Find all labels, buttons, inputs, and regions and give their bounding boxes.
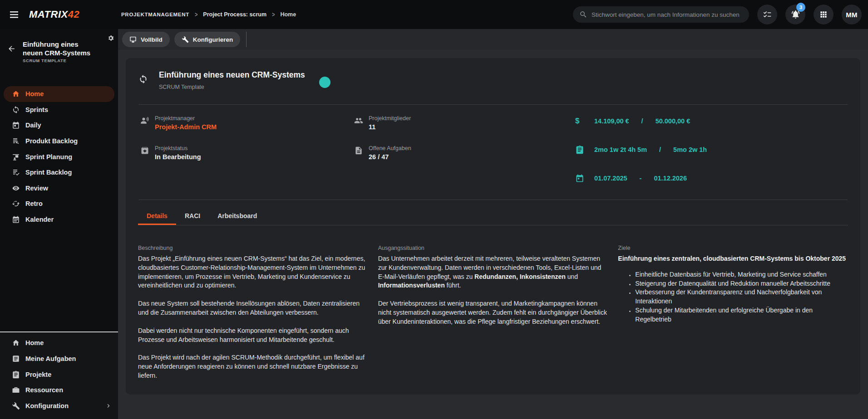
- sidebar-item-sprint-planung[interactable]: Sprint Planung: [0, 149, 118, 165]
- gear-icon[interactable]: [107, 34, 114, 42]
- metric-value-target: 50.000,00 €: [656, 117, 690, 125]
- column-text: Das Projekt „Einführung eines neuen CRM-…: [138, 254, 368, 380]
- main-area: VollbildKonfigurieren Einführung eines n…: [118, 29, 868, 419]
- action-toolbar: VollbildKonfigurieren: [118, 29, 868, 50]
- sidebar-item-kalender[interactable]: Kalender: [0, 212, 118, 228]
- sidebar-item-review[interactable]: Review: [0, 180, 118, 196]
- doc-search-icon: [12, 137, 20, 145]
- tab-arbeitsboard[interactable]: Arbeitsboard: [209, 208, 266, 225]
- field-value: 11: [369, 123, 411, 131]
- apps-button[interactable]: [814, 5, 833, 24]
- checklist-button[interactable]: [757, 5, 777, 24]
- metric-row: 01.07.2025-01.12.2026: [575, 174, 687, 183]
- vollbild-button[interactable]: Vollbild: [122, 32, 170, 47]
- top-bar: MATRIX42 PROJEKTMANAGEMENT>Project Proce…: [0, 0, 868, 29]
- app-logo[interactable]: MATRIX42: [29, 9, 79, 20]
- sidebar-item-home-global[interactable]: Home: [0, 335, 118, 351]
- sidebar-item-label: Ressourcen: [25, 386, 63, 394]
- konfigurieren-button[interactable]: Konfigurieren: [174, 32, 241, 47]
- checklist-icon: [763, 10, 772, 19]
- sync-icon[interactable]: [138, 74, 148, 84]
- project-header: Einführung eines neuen CRM-Systems SCRUM…: [0, 29, 118, 57]
- back-arrow-icon[interactable]: [7, 44, 16, 53]
- toolbox-icon: [12, 386, 20, 394]
- column-ausgangssituation: Ausgangssituation Das Unternehmen arbeit…: [378, 245, 608, 390]
- article-icon: [12, 355, 20, 363]
- tab-details[interactable]: Details: [138, 208, 176, 225]
- project-nav: HomeSprintsDailyProdukt BacklogSprint Pl…: [0, 86, 118, 227]
- sidebar-item-label: Konfiguration: [25, 402, 69, 409]
- section-divider: [138, 200, 848, 200]
- header-divider: [138, 104, 848, 105]
- metric-row: 2mo 1w 2t 4h 5m/5mo 2w 1h: [575, 145, 707, 154]
- tab-raci[interactable]: RACI: [176, 208, 209, 225]
- sidebar-item-label: Sprints: [25, 106, 48, 113]
- details-columns: Beschreibung Das Projekt „Einführung ein…: [138, 245, 848, 390]
- field-label: Projektstatus: [155, 145, 201, 151]
- sidebar-item-label: Retro: [25, 200, 43, 207]
- field-value: In Bearbeitung: [155, 153, 201, 161]
- tab-bar: DetailsRACIArbeitsboard: [138, 208, 848, 225]
- paragraph: Das Unternehmen arbeitet derzeit mit meh…: [378, 254, 608, 290]
- calendar-range-icon: [575, 174, 584, 183]
- breadcrumb-item[interactable]: PROJEKTMANAGEMENT: [121, 12, 189, 17]
- breadcrumb-item[interactable]: Project Process: scrum: [203, 11, 266, 18]
- global-nav-section: HomeMeine AufgabenProjekteRessourcenKonf…: [0, 331, 118, 419]
- field-label: Projektmitglieder: [369, 115, 411, 122]
- topbar-actions: 3 MM: [573, 0, 862, 29]
- column-text: Das Unternehmen arbeitet derzeit mit meh…: [378, 254, 608, 326]
- logo-accent-text: 42: [68, 9, 79, 20]
- chevron-right-icon: >: [195, 11, 197, 18]
- metric-values: 2mo 1w 2t 4h 5m/5mo 2w 1h: [594, 146, 707, 153]
- chevron-right-icon: [104, 403, 113, 409]
- goal-list: Einheitliche Datenbasis für Vertrieb, Ma…: [618, 270, 848, 324]
- search-input[interactable]: [592, 11, 743, 18]
- sidebar-item-ressourcen[interactable]: Ressourcen: [0, 382, 118, 398]
- goal-item: Einheitliche Datenbasis für Vertrieb, Ma…: [635, 270, 848, 279]
- project-card: Einführung eines neuen CRM-Systems SCRUM…: [126, 58, 860, 395]
- field-value[interactable]: Projekt-Admin CRM: [155, 123, 217, 131]
- field-projektstatus: ProjektstatusIn Bearbeitung: [140, 145, 201, 161]
- menu-icon[interactable]: [8, 9, 20, 20]
- metric-value-target: 01.12.2026: [654, 175, 687, 182]
- user-avatar[interactable]: MM: [842, 5, 862, 24]
- cycle-icon: [12, 200, 20, 208]
- global-search[interactable]: [573, 6, 749, 23]
- sidebar-item-daily[interactable]: Daily: [0, 117, 118, 133]
- metric-value-actual: 2mo 1w 2t 4h 5m: [594, 146, 647, 153]
- sidebar-item-retro[interactable]: Retro: [0, 196, 118, 212]
- clipboard-icon: [575, 145, 584, 154]
- sidebar-item-label: Meine Aufgaben: [25, 355, 76, 362]
- sidebar-item-sprint-backlog[interactable]: Sprint Backlog: [0, 165, 118, 180]
- column-label: Ziele: [618, 245, 848, 251]
- sidebar-item-home[interactable]: Home: [4, 86, 114, 102]
- sidebar-item-label: Review: [25, 185, 48, 192]
- sidebar-item-sprints[interactable]: Sprints: [0, 102, 118, 118]
- sidebar-item-konfiguration[interactable]: Konfiguration: [0, 398, 118, 414]
- sidebar-item-projekte[interactable]: Projekte: [0, 366, 118, 382]
- metric-value-actual: 14.109,00 €: [594, 117, 629, 125]
- metric-values: 01.07.2025-01.12.2026: [594, 175, 687, 182]
- sidebar-item-label: Daily: [25, 122, 41, 129]
- search-icon: [579, 10, 587, 19]
- project-sidebar: Einführung eines neuen CRM-Systems SCRUM…: [0, 29, 118, 419]
- notifications-button[interactable]: 3: [785, 5, 805, 24]
- column-beschreibung: Beschreibung Das Projekt „Einführung ein…: [138, 245, 368, 390]
- sidebar-item-label: Sprint Backlog: [25, 169, 72, 176]
- sidebar-item-produkt-backlog[interactable]: Produkt Backlog: [0, 133, 118, 149]
- sidebar-item-label: Home: [25, 339, 44, 346]
- paragraph: Das Projekt „Einführung eines neuen CRM-…: [138, 254, 368, 290]
- wrench-icon: [12, 402, 20, 410]
- sync-icon: [12, 106, 20, 114]
- sidebar-item-meine-aufgaben[interactable]: Meine Aufgaben: [0, 351, 118, 367]
- metric-value-target: 5mo 2w 1h: [673, 146, 707, 153]
- paragraph: Das Projekt wird nach der agilen SCRUM-M…: [138, 353, 368, 380]
- goal-heading: Einführung eines zentralen, cloudbasiert…: [618, 254, 848, 263]
- breadcrumb-item[interactable]: Home: [280, 11, 296, 18]
- board-person-icon: [12, 153, 20, 161]
- apps-grid-icon: [819, 10, 828, 19]
- card-subtitle: SCRUM Template: [159, 84, 204, 90]
- calendar-day-icon: [12, 121, 20, 129]
- tab-label: Arbeitsboard: [217, 212, 257, 219]
- group-icon: [354, 116, 363, 125]
